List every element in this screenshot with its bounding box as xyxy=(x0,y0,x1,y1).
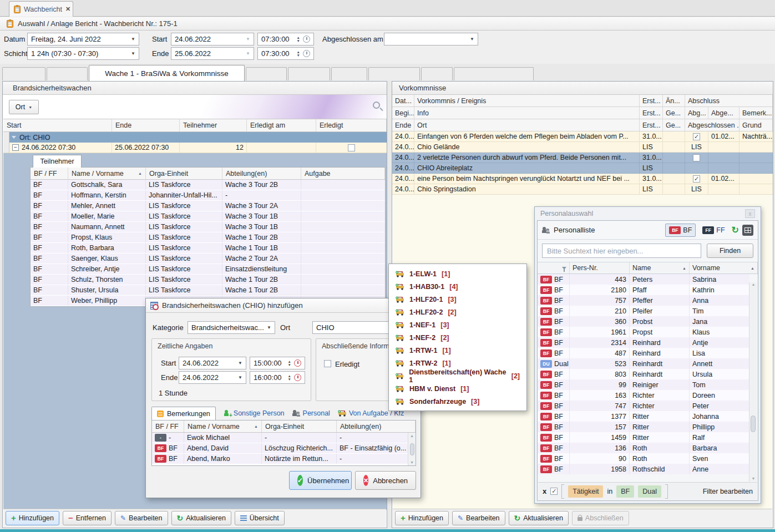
cancel-button[interactable]: ✕Abbrechen xyxy=(355,471,416,490)
column-name-vorname[interactable]: Name / Vorname▲ xyxy=(184,420,262,432)
finalize-button[interactable]: Abschließen xyxy=(572,511,629,525)
table-row[interactable]: BF Propst, Klaus LIS Taskforce Wache 1 T… xyxy=(31,232,385,243)
table-row[interactable]: BFBF 487 Reinhard Lisa xyxy=(538,348,749,358)
table-row[interactable]: BF Schreiber, Antje LIS Taskforce Einsat… xyxy=(31,264,385,275)
column-bf-ff[interactable]: BF / FF xyxy=(31,168,68,179)
tab-empty[interactable] xyxy=(47,67,88,80)
chevron-down-icon[interactable]: ▼ xyxy=(246,37,250,42)
column-abgeschlossen[interactable]: Abgeschlossen ... xyxy=(685,119,739,131)
column-abteilung[interactable]: Abteilung(en) xyxy=(222,168,301,179)
column-abge[interactable]: Abge... xyxy=(708,107,739,119)
column-orga-einheit[interactable]: Orga-Einheit xyxy=(262,420,337,432)
search-input[interactable] xyxy=(542,244,701,258)
table-row[interactable]: BFBF 1958 Rothschild Anne xyxy=(538,464,749,474)
table-row[interactable]: BFBF 360 Probst Jana xyxy=(538,316,749,327)
table-row[interactable]: -- Ewok Michael - - xyxy=(152,433,416,443)
menu-item[interactable]: 1-NEF-2 [2] xyxy=(389,331,526,344)
chevron-down-icon[interactable]: ▼ xyxy=(131,51,135,56)
table-row[interactable]: 24.0... eine Person beim Nachtspringen v… xyxy=(392,174,773,184)
start-date-field[interactable]: 24.06.2022▼ xyxy=(171,33,254,45)
table-row[interactable]: BF Hoffmann, Kerstin Johanniter-Unfall-H… xyxy=(31,190,385,201)
collapse-box-icon[interactable]: − xyxy=(12,144,19,151)
group-row-ort-chio[interactable]: Ort: CHIO xyxy=(3,132,387,143)
table-row[interactable]: BFBF 2314 Reinhard Antje xyxy=(538,337,749,348)
time-spinner[interactable]: ▲▼ xyxy=(297,50,300,57)
tab-close-icon[interactable]: ✕ xyxy=(65,6,70,13)
filter-field-chip[interactable]: Tätigkeit xyxy=(568,485,603,498)
column-ende[interactable]: Ende xyxy=(112,119,180,131)
column-erledigt-am[interactable]: Erledigt am xyxy=(247,119,316,131)
ende-date-field[interactable]: 25.06.2022▼ xyxy=(171,47,254,60)
edit-button[interactable]: ✎Bearbeiten xyxy=(115,511,168,525)
column-name[interactable]: Name▲ xyxy=(630,262,690,273)
start-date-combobox[interactable]: 24.06.2022▼ xyxy=(179,357,246,369)
ende-time-field[interactable]: 07:30:00 ▲▼ xyxy=(257,47,314,60)
remove-button[interactable]: −Entfernen xyxy=(63,511,112,525)
table-row[interactable]: DUDual 523 Reinhardt Annett xyxy=(538,358,749,369)
table-row[interactable]: BFBF 99 Reiniger Tom xyxy=(538,379,749,390)
column-vorname[interactable]: Vorname▲ xyxy=(690,262,758,273)
tab-empty[interactable] xyxy=(246,67,287,80)
menu-item[interactable]: Sonderfahrzeuge [3] xyxy=(389,395,526,408)
vertical-scrollbar[interactable]: ▲▼ xyxy=(408,433,416,465)
column-aufgabe[interactable]: Aufgabe xyxy=(301,168,385,179)
clock-icon[interactable] xyxy=(303,36,310,43)
column-abteilung[interactable]: Abteilung(en) xyxy=(337,420,416,432)
table-row[interactable]: BFBF Abend, Marko Notärzte im Rettun... … xyxy=(152,454,416,464)
column-erst[interactable]: Erst... xyxy=(640,119,663,131)
table-row[interactable]: BF Moeller, Marie LIS Taskforce Wache 3 … xyxy=(31,211,385,222)
column-erst[interactable]: Erst... xyxy=(640,95,663,107)
column-teilnehmer[interactable]: Teilnehmer xyxy=(180,119,247,131)
find-button[interactable]: Finden xyxy=(707,244,753,258)
clock-icon[interactable] xyxy=(294,374,301,381)
column-info[interactable]: Info xyxy=(414,107,640,119)
tab-empty[interactable] xyxy=(368,67,420,80)
tab-empty[interactable] xyxy=(421,67,453,80)
menu-item[interactable]: Dienstbereitschaft(en) Wache 1 [2] xyxy=(389,369,526,382)
search-icon[interactable] xyxy=(373,102,380,109)
tab-empty[interactable] xyxy=(288,67,330,80)
menu-item[interactable]: HBM v. Dienst [1] xyxy=(389,382,526,395)
tab-wachbericht[interactable]: Wachbericht ✕ xyxy=(9,1,73,17)
ff-filter-toggle[interactable]: FFFF xyxy=(699,224,728,237)
clear-filter-icon[interactable]: x xyxy=(543,487,546,495)
scroll-down-icon[interactable]: ▼ xyxy=(410,460,414,464)
menu-item[interactable]: 1-RTW-1 [1] xyxy=(389,344,526,357)
tab-empty[interactable] xyxy=(331,67,367,80)
table-row[interactable]: BF Schulz, Thorsten LIS Taskforce Wache … xyxy=(31,275,385,285)
table-row[interactable]: 24.0... Chio Gelände LIS LIS xyxy=(392,142,773,153)
chevron-down-icon[interactable]: ▼ xyxy=(470,37,474,42)
brasiwa-entry-row[interactable]: −24.06.2022 07:30 25.06.2022 07:30 12 xyxy=(3,143,387,153)
clock-icon[interactable] xyxy=(294,359,301,367)
scroll-down-icon[interactable]: ▼ xyxy=(752,477,756,480)
ende-time-field[interactable]: 16:00:00 ▲▼ xyxy=(250,371,305,384)
table-row[interactable]: 24.0... Einfangen von 6 Pferden welche d… xyxy=(392,131,773,142)
scroll-up-icon[interactable]: ▲ xyxy=(410,434,414,438)
table-row[interactable]: BF Gottschalk, Sara LIS Taskforce Wache … xyxy=(31,180,385,190)
table-row[interactable]: BFBF 163 Richter Doreen xyxy=(538,390,749,401)
column-dat[interactable]: Dat... xyxy=(392,95,414,107)
column-persnr[interactable]: Pers-Nr. xyxy=(570,262,630,273)
tab-empty[interactable] xyxy=(454,67,534,80)
abgeschlossen-checkbox[interactable] xyxy=(693,133,700,140)
clock-icon[interactable] xyxy=(303,50,310,57)
column-name-vorname[interactable]: Name / Vorname▲ xyxy=(68,168,146,179)
abgeschlossen-checkbox[interactable] xyxy=(693,154,700,161)
menu-item[interactable]: 1-HAB30-1 [4] xyxy=(389,280,526,293)
abgeschlossen-checkbox[interactable] xyxy=(693,175,700,183)
filter-edit-link[interactable]: Filter bearbeiten xyxy=(703,488,753,495)
abgeschlossen-combobox[interactable]: ▼ xyxy=(384,33,478,45)
scrollbar-thumb[interactable] xyxy=(410,443,414,455)
tab-personal[interactable]: Personal xyxy=(292,407,330,420)
menu-item[interactable]: 1-HLF20-2 [2] xyxy=(389,306,526,318)
edit-button[interactable]: ✎Bearbeiten xyxy=(452,511,505,525)
scrollbar-thumb[interactable] xyxy=(751,416,756,432)
start-time-field[interactable]: 15:00:00 ▲▼ xyxy=(250,357,305,369)
table-row[interactable]: BFBF 757 Pfeffer Anna xyxy=(538,295,749,306)
column-bf-ff[interactable]: BF / FF xyxy=(152,420,184,432)
refresh-button[interactable]: ↻Aktualisieren xyxy=(171,511,231,525)
table-row[interactable]: BF Naumann, Annett LIS Taskforce Wache 3… xyxy=(31,222,385,232)
refresh-button[interactable]: ↻Aktualisieren xyxy=(509,511,569,525)
column-vorkommnis[interactable]: Vorkommnis / Ereignis xyxy=(414,95,640,107)
column-ende[interactable]: Ende xyxy=(392,119,414,131)
